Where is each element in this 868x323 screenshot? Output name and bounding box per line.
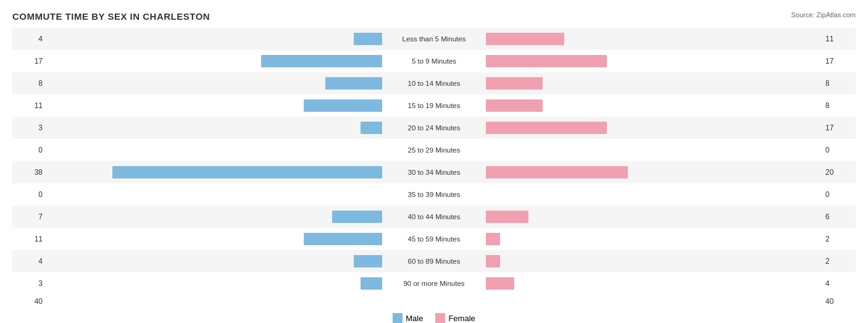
bars-wrapper: 90 or more Minutes: [46, 272, 822, 295]
right-value: 8: [822, 101, 856, 110]
row-label: Less than 5 Minutes: [385, 35, 483, 43]
legend-female-box: [435, 313, 445, 323]
bars-wrapper: 30 to 34 Minutes: [46, 161, 822, 183]
male-side: [46, 94, 385, 117]
bar-pair: 40 to 44 Minutes: [46, 206, 822, 228]
bar-male: [361, 277, 382, 290]
legend-female-label: Female: [448, 314, 475, 323]
bars-wrapper: 5 to 9 Minutes: [46, 50, 822, 72]
right-value: 0: [822, 190, 856, 199]
row-label: 30 to 34 Minutes: [385, 169, 483, 176]
chart-row: 7 40 to 44 Minutes 6: [12, 206, 856, 228]
male-side: [46, 139, 385, 161]
legend-male-box: [393, 313, 403, 323]
bars-wrapper: 20 to 24 Minutes: [46, 117, 822, 139]
male-side: [46, 50, 385, 72]
bar-pair: Less than 5 Minutes: [46, 28, 822, 50]
right-value: 20: [822, 168, 856, 177]
left-value: 3: [12, 279, 46, 288]
row-label: 40 to 44 Minutes: [385, 213, 483, 220]
female-side: [483, 117, 822, 139]
chart-row: 4 60 to 89 Minutes 2: [12, 250, 856, 272]
chart-row: 17 5 to 9 Minutes 17: [12, 50, 856, 72]
left-value: 7: [12, 212, 46, 221]
chart-row: 3 20 to 24 Minutes 17: [12, 117, 856, 139]
male-side: [46, 117, 385, 139]
bars-wrapper: 15 to 19 Minutes: [46, 94, 822, 117]
bars-wrapper: 40 to 44 Minutes: [46, 206, 822, 228]
row-label: 15 to 19 Minutes: [385, 102, 483, 109]
bar-female: [486, 233, 500, 245]
male-side: [46, 250, 385, 272]
bar-pair: 60 to 89 Minutes: [46, 250, 822, 272]
row-label: 5 to 9 Minutes: [385, 57, 483, 65]
row-label: 35 to 39 Minutes: [385, 191, 483, 198]
bar-male: [112, 166, 382, 178]
legend-female: Female: [435, 313, 475, 323]
bar-male: [325, 77, 382, 90]
chart-container: COMMUTE TIME BY SEX IN CHARLESTON Source…: [0, 0, 868, 323]
row-label: 90 or more Minutes: [385, 280, 483, 287]
male-side: [46, 228, 385, 250]
bar-female: [486, 33, 564, 45]
bars-wrapper: 60 to 89 Minutes: [46, 250, 822, 272]
female-side: [483, 250, 822, 272]
female-side: [483, 139, 822, 161]
chart-row: 38 30 to 34 Minutes 20: [12, 161, 856, 183]
female-side: [483, 28, 822, 50]
female-side: [483, 72, 822, 94]
source-label: Source: ZipAtlas.com: [791, 11, 856, 19]
chart-row: 0 25 to 29 Minutes 0: [12, 139, 856, 161]
left-value: 0: [12, 146, 46, 154]
male-side: [46, 72, 385, 94]
left-value: 38: [12, 168, 46, 177]
row-label: 60 to 89 Minutes: [385, 258, 483, 265]
chart-row: 8 10 to 14 Minutes 8: [12, 72, 856, 94]
bars-wrapper: 25 to 29 Minutes: [46, 139, 822, 161]
female-side: [483, 206, 822, 228]
left-value: 3: [12, 124, 46, 132]
female-side: [483, 161, 822, 183]
male-side: [46, 183, 385, 206]
bar-male: [361, 122, 382, 134]
left-value: 11: [12, 101, 46, 110]
right-value: 17: [822, 57, 856, 65]
female-side: [483, 94, 822, 117]
male-side: [46, 161, 385, 183]
left-value: 11: [12, 235, 46, 243]
bar-female: [486, 55, 607, 67]
bar-pair: 10 to 14 Minutes: [46, 72, 822, 94]
left-value: 4: [12, 35, 46, 43]
chart-title: COMMUTE TIME BY SEX IN CHARLESTON: [12, 11, 856, 22]
axis-row: 40 40: [12, 295, 856, 308]
bar-pair: 15 to 19 Minutes: [46, 94, 822, 117]
chart-area: 4 Less than 5 Minutes 11 17 5 to 9 Minut…: [12, 28, 856, 295]
left-value: 4: [12, 257, 46, 266]
female-side: [483, 272, 822, 295]
bars-wrapper: Less than 5 Minutes: [46, 28, 822, 50]
bar-male: [304, 233, 382, 245]
row-label: 25 to 29 Minutes: [385, 146, 483, 154]
row-label: 10 to 14 Minutes: [385, 80, 483, 87]
right-value: 4: [822, 279, 856, 288]
left-value: 17: [12, 57, 46, 65]
bar-pair: 30 to 34 Minutes: [46, 161, 822, 183]
right-value: 8: [822, 79, 856, 88]
bar-male: [354, 33, 382, 45]
chart-row: 11 15 to 19 Minutes 8: [12, 94, 856, 117]
right-value: 2: [822, 235, 856, 243]
bar-female: [486, 77, 543, 90]
male-side: [46, 206, 385, 228]
chart-row: 3 90 or more Minutes 4: [12, 272, 856, 295]
bar-pair: 5 to 9 Minutes: [46, 50, 822, 72]
right-value: 11: [822, 35, 856, 43]
bar-male: [354, 255, 382, 267]
left-value: 8: [12, 79, 46, 88]
right-value: 0: [822, 146, 856, 154]
male-side: [46, 272, 385, 295]
axis-right-label: 40: [822, 297, 856, 306]
bar-male: [304, 99, 382, 112]
bar-female: [486, 277, 514, 290]
bar-female: [486, 122, 607, 134]
bar-pair: 45 to 59 Minutes: [46, 228, 822, 250]
